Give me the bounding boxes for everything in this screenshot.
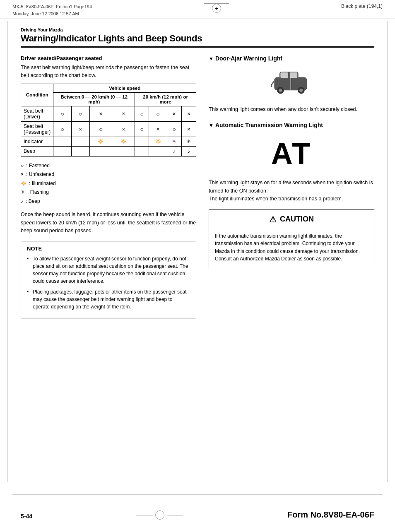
cell [53, 137, 72, 146]
header-circle: + [212, 4, 221, 13]
caution-icon: ⚠ [269, 214, 277, 224]
caution-title-text: CAUTION [280, 215, 314, 224]
cell: 🔆 [89, 137, 112, 146]
svg-rect-3 [290, 72, 297, 78]
form-number: Form No.8V80-EA-06F [287, 510, 374, 520]
legend-symbol-fastened: ○ [21, 161, 24, 171]
at-body-text2: The light illuminates when the transmiss… [209, 196, 343, 202]
cell: ♪ [181, 146, 196, 156]
table-row: Indicator 🔆 🔆 🔆 ✳ ✳ [21, 137, 196, 146]
section-title: Warning/Indicator Lights and Beep Sounds [21, 33, 374, 44]
row-label-indicator: Indicator [21, 137, 53, 146]
row-label-passenger: Seat belt(Passenger) [21, 121, 53, 137]
caution-title: ⚠ CAUTION [215, 214, 368, 228]
page-right-border [387, 21, 388, 482]
table-row: Seat belt(Passenger) ○ × ○ × ○ × ○ × [21, 121, 196, 137]
cell [71, 146, 89, 156]
note-title: NOTE [27, 246, 190, 252]
page-content: Driving Your Mazda Warning/Indicator Lig… [0, 19, 395, 333]
cell: × [181, 106, 196, 121]
cell: ○ [167, 121, 181, 137]
list-item: To allow the passenger seat weight senso… [27, 255, 190, 285]
note-list: To allow the passenger seat weight senso… [27, 255, 190, 311]
header-hline-right [204, 13, 229, 13]
cell: ○ [135, 121, 149, 137]
cell: × [149, 121, 167, 137]
legend-desc-illuminated: : Illuminated [29, 179, 56, 188]
legend-symbol-beep: ♪ [21, 197, 23, 206]
triangle-icon-2: ▼ [209, 123, 214, 128]
legend: ○ : Fastened × : Unfastened 🔆 : Illumina… [21, 161, 196, 206]
col-right: ▼ Door-Ajar Warning Light [209, 55, 374, 277]
table-header-low: Between 0 — 20 km/h (0 — 12 mph) [53, 92, 135, 106]
legend-symbol-flashing: ✳ [21, 188, 25, 197]
header-left: MX-5_8V80-EA-06F_Edition1 Page194 Monday… [12, 3, 92, 17]
cell: ✳ [181, 137, 196, 146]
door-ajar-section: ▼ Door-Ajar Warning Light [209, 55, 374, 113]
page-header: MX-5_8V80-EA-06F_Edition1 Page194 Monday… [0, 0, 395, 19]
table-row: Beep ♪ ♪ [21, 146, 196, 156]
section-category: Driving Your Mazda [21, 27, 374, 32]
at-warning-section: ▼ Automatic Transmission Warning Light A… [209, 122, 374, 268]
speed-table: Condition Vehicle speed Between 0 — 20 k… [21, 84, 196, 156]
cell [135, 146, 149, 156]
legend-desc-unfastened: : Unfastened [26, 170, 54, 179]
cell: 🔆 [149, 137, 167, 146]
header-right: Black plate (194,1) [341, 3, 383, 9]
svg-point-5 [279, 89, 282, 92]
subsection-title: Driver seated/Passenger seated [21, 55, 196, 61]
page-footer: 5-44 Form No.8V80-EA-06F [21, 510, 374, 520]
legend-item: ✳ : Flashing [21, 188, 196, 197]
header-line2: Monday, June 12 2006 12:57 AM [12, 10, 92, 17]
cell: ○ [135, 106, 149, 121]
svg-rect-2 [280, 72, 288, 78]
caution-body: If the automatic transmission warning li… [215, 232, 368, 263]
cell: ○ [53, 106, 72, 121]
legend-item: ♪ : Beep [21, 197, 196, 206]
svg-rect-10 [271, 84, 272, 87]
title-rule [21, 46, 374, 48]
legend-item: × : Unfastened [21, 170, 196, 179]
footer-hline-left [136, 515, 153, 515]
two-col-layout: Driver seated/Passenger seated The seat … [21, 55, 374, 325]
legend-desc-beep: : Beep [26, 197, 40, 206]
at-warning-title: ▼ Automatic Transmission Warning Light [209, 122, 374, 128]
cell: ○ [53, 121, 72, 137]
cell: ○ [71, 106, 89, 121]
svg-point-7 [299, 89, 303, 92]
door-ajar-title-text: Door-Ajar Warning Light [215, 55, 282, 62]
subsection-body: The seat belt warning light/beep reminds… [21, 64, 196, 79]
legend-item: 🔆 : Illuminated [21, 179, 196, 188]
door-ajar-title: ▼ Door-Ajar Warning Light [209, 55, 374, 62]
footer-hline-right [167, 515, 183, 515]
col-left: Driver seated/Passenger seated The seat … [21, 55, 196, 325]
caution-box: ⚠ CAUTION If the automatic transmission … [209, 209, 374, 268]
at-text: AT [271, 137, 312, 171]
triangle-icon: ▼ [209, 56, 214, 62]
header-center-mark: + [204, 3, 229, 13]
legend-symbol-illuminated: 🔆 [21, 180, 26, 188]
footer-circle [155, 510, 164, 520]
footer-center [136, 510, 183, 520]
cell: 🔆 [112, 137, 135, 146]
para-text: Once the beep sound is heard, it continu… [21, 211, 196, 235]
cell: ○ [89, 121, 112, 137]
at-display: AT [209, 137, 374, 171]
table-header-high: 20 km/h (12 mph) or more [135, 92, 196, 106]
cell [71, 137, 89, 146]
table-header-condition: Condition [21, 84, 53, 106]
cell: ✳ [167, 137, 181, 146]
at-body-line1: This warning light stays on for a few se… [209, 179, 374, 203]
cell [149, 146, 167, 156]
note-box: NOTE To allow the passenger seat weight … [21, 241, 196, 318]
legend-desc-flashing: : Flashing [27, 188, 49, 197]
cell [135, 137, 149, 146]
car-door-ajar-icon [271, 66, 312, 99]
cell: ♪ [167, 146, 181, 156]
cell: × [71, 121, 89, 137]
table-row: Seat belt(Driver) ○ ○ × × ○ ○ × × [21, 106, 196, 121]
at-warning-title-text: Automatic Transmission Warning Light [215, 122, 323, 128]
cell: × [181, 121, 196, 137]
row-label-beep: Beep [21, 146, 53, 156]
door-ajar-body: This warning light comes on when any doo… [209, 106, 374, 113]
